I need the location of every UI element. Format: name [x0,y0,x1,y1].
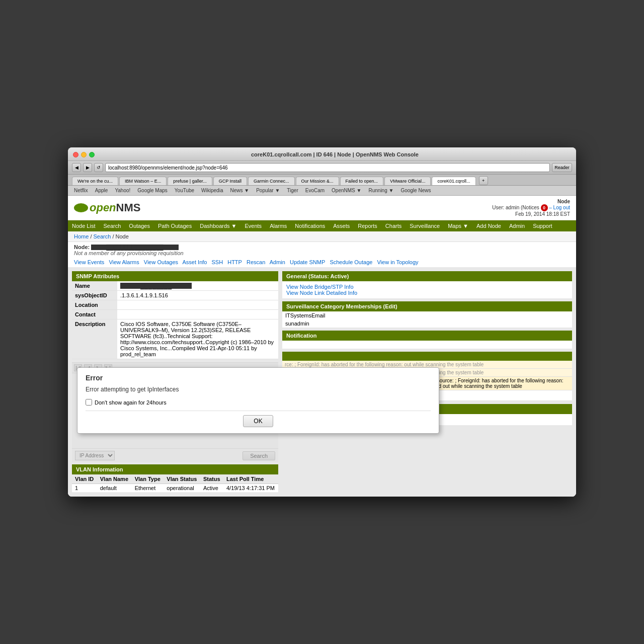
link-updatesnmp[interactable]: Update SNMP [290,259,325,265]
onms-logo-oval [74,203,88,212]
link-rescan[interactable]: Rescan [247,259,265,265]
forward-button[interactable]: ▶ [83,163,92,172]
ok-button[interactable]: OK [243,415,273,427]
minimize-button[interactable] [81,152,87,157]
tab-0[interactable]: We're on the cu... [72,177,118,185]
nav-admin[interactable]: Admin [505,220,529,231]
breadcrumb-search[interactable]: Search [94,233,111,239]
snmp-table: Name ████████ sysObjectID .1.3.6.1.4.1.9… [72,281,278,359]
link-admin[interactable]: Admin [270,259,285,265]
bookmark-wikipedia[interactable]: Wikipedia [199,187,225,194]
tab-1[interactable]: IBM Watson – E... [119,177,167,185]
traffic-lights [73,152,95,157]
onms-nav: Node List Search Outages Path Outages Da… [68,220,576,231]
snmp-label-contact: Contact [72,310,117,319]
bookmark-news[interactable]: News ▼ [228,187,251,194]
link-http[interactable]: HTTP [227,259,242,265]
nav-assets[interactable]: Assets [329,220,354,231]
general-body: View Node Bridge/STP Info View Node Link… [282,281,572,298]
link-viewevents[interactable]: View Events [74,259,104,265]
reload-button[interactable]: ↺ [94,163,103,172]
snmp-value-name: ████████ [117,281,278,291]
bookmark-googlemaps[interactable]: Google Maps [135,187,169,194]
snmp-row-desc: Description Cisco IOS Software, C3750E S… [72,319,278,359]
date-display: Feb 19, 2014 18:18 EST [492,211,570,217]
tab-8[interactable]: coreK01.cqroll... [432,177,475,185]
close-button[interactable] [73,152,78,157]
tab-6[interactable]: Failed to open... [340,177,384,185]
dont-show-checkbox[interactable] [86,399,92,406]
vlan-table: Vlan ID Vlan Name Vlan Type Vlan Status … [72,474,278,493]
bookmark-tiger[interactable]: Tiger [285,187,300,194]
address-bar[interactable] [105,163,550,172]
link-detailed-info[interactable]: View Node Link Detailed Info [286,290,357,296]
bookmark-opennms[interactable]: OpenNMS ▼ [330,187,363,194]
general-section: General (Status: Active) View Node Bridg… [282,271,572,298]
snmp-label-sysoid: sysObjectID [72,291,117,300]
node-section: Node: ████████████████ Not a member of a… [68,242,576,258]
notification-section: Notification [282,331,572,349]
zoom-button[interactable] [89,152,95,157]
reader-button[interactable]: Reader [552,163,572,172]
nav-notifications[interactable]: Notifications [291,220,329,231]
new-tab-button[interactable]: + [479,176,488,185]
modal-message: Error attempting to get IpInterfaces [86,386,431,393]
tab-2[interactable]: prefuse | galler... [168,177,212,185]
provisioning-info: Not a member of any provisioning requisi… [74,250,570,256]
main-content: SNMP Attributes Name ████████ sysObjectI… [68,267,576,497]
tab-3[interactable]: GCP Install [213,177,247,185]
link-assetinfo[interactable]: Asset Info [183,259,207,265]
link-bridge-stp[interactable]: View Node Bridge/STP Info [286,284,354,290]
nav-reports[interactable]: Reports [354,220,381,231]
nav-search[interactable]: Search [99,220,125,231]
bookmark-apple[interactable]: Apple [93,187,110,194]
tab-7[interactable]: VMware Official... [384,177,431,185]
vlan-header: VLAN Information [72,464,278,474]
bookmark-googlenews[interactable]: Google News [398,187,433,194]
bookmark-yahoo[interactable]: Yahoo! [113,187,132,194]
link-ssh[interactable]: SSH [212,259,223,265]
nav-addnode[interactable]: Add Node [472,220,505,231]
snmp-label-desc: Description [72,319,117,359]
vlan-col-id: Vlan ID [72,474,97,484]
bookmark-running[interactable]: Running ▼ [366,187,395,194]
vlan-name: default [97,484,132,493]
link-scheduleoutage[interactable]: Schedule Outage [330,259,372,265]
general-header: General (Status: Active) [282,271,572,281]
link-viewtopology[interactable]: View in Topology [377,259,418,265]
nav-surveillance[interactable]: Surveillance [406,220,444,231]
snmp-label-location: Location [72,300,117,310]
vlan-row-1: 1 default Ethernet operational Active 4/… [72,484,278,493]
bookmark-evocam[interactable]: EvoCam [303,187,327,194]
nav-maps[interactable]: Maps ▼ [444,220,472,231]
back-button[interactable]: ◀ [72,163,81,172]
nav-pathoutages[interactable]: Path Outages [154,220,196,231]
snmp-row-contact: Contact [72,310,278,319]
snmp-header: SNMP Attributes [72,271,278,281]
link-viewoutages[interactable]: View Outages [144,259,178,265]
vlan-poll: 4/19/13 4:17:31 PM [223,484,278,493]
dont-show-label: Don't show again for 24hours [95,399,167,406]
nav-dashboards[interactable]: Dashboards ▼ [196,220,240,231]
vlan-id: 1 [72,484,97,493]
tab-5[interactable]: Our Mission &... [296,177,339,185]
browser-toolbar: ◀ ▶ ↺ Reader [68,161,576,175]
nav-outages[interactable]: Outages [125,220,154,231]
nav-support[interactable]: Support [529,220,556,231]
logout-link[interactable]: – Log out [549,205,570,210]
node-label-section: Node: ████████████████ [74,244,570,250]
bookmark-netflix[interactable]: Netflix [72,187,90,194]
bookmark-popular[interactable]: Popular ▼ [254,187,282,194]
snmp-row-location: Location [72,300,278,310]
modal-backdrop: Error Error attempting to get IpInterfac… [72,362,278,462]
tab-4[interactable]: Garmin Connec... [248,177,295,185]
nav-alarms[interactable]: Alarms [266,220,291,231]
nav-nodelist[interactable]: Node List [68,220,99,231]
breadcrumb-home[interactable]: Home [74,233,89,239]
notification-header: Notification [282,331,572,341]
vlan-col-name: Vlan Name [97,474,132,484]
bookmark-youtube[interactable]: YouTube [173,187,196,194]
nav-events[interactable]: Events [240,220,266,231]
link-viewalarms[interactable]: View Alarms [109,259,139,265]
nav-charts[interactable]: Charts [381,220,406,231]
